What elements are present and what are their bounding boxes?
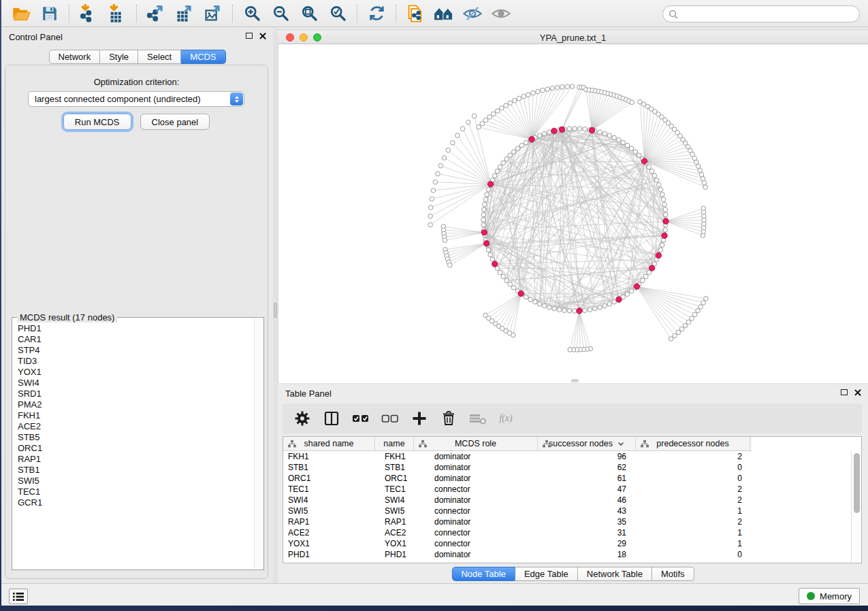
mcds-result-list[interactable]: PHD1CAR1STP4TID3YOX1SWI4SRD1PMA2FKH1ACE2…: [18, 323, 253, 567]
table-row[interactable]: ACE2ACE2connector311: [283, 527, 851, 538]
table-row[interactable]: PHD1PHD1dominator180: [283, 549, 851, 560]
mcds-result-box: MCDS result (17 nodes) PHD1CAR1STP4TID3Y…: [12, 317, 264, 570]
network-hscroll-handle[interactable]: [571, 379, 579, 382]
table-row[interactable]: ORC1ORC1dominator610: [283, 473, 851, 484]
hide-eye-icon[interactable]: [462, 3, 483, 24]
select-all-icon[interactable]: [352, 410, 370, 427]
table-cell: TEC1: [385, 484, 414, 495]
toolbar-separator: [69, 5, 69, 22]
optimization-criterion-dropdown[interactable]: largest connected component (undirected): [28, 91, 244, 107]
import-network-icon[interactable]: [78, 3, 99, 24]
vertical-splitter-handle[interactable]: [274, 303, 277, 318]
mcds-list-scrollbar[interactable]: [254, 318, 263, 569]
table-cell: 43: [538, 506, 626, 516]
save-session-icon[interactable]: [39, 3, 60, 24]
mcds-result-item[interactable]: SRD1: [18, 389, 253, 399]
table-settings-icon[interactable]: [293, 410, 311, 427]
table-cell: 2: [636, 516, 742, 527]
export-network-icon[interactable]: [146, 3, 166, 24]
dropdown-stepper-icon[interactable]: [230, 93, 243, 105]
export-table-icon[interactable]: [174, 3, 195, 24]
mcds-result-item[interactable]: STB5: [18, 432, 253, 443]
run-mcds-button[interactable]: Run MCDS: [63, 114, 131, 130]
table-cell: 1: [636, 538, 742, 549]
table-cell: dominator: [434, 462, 538, 473]
column-header-predecessor-nodes[interactable]: predecessor nodes: [636, 437, 750, 450]
memory-button[interactable]: Memory: [799, 588, 860, 604]
table-tab-motifs[interactable]: Motifs: [652, 567, 694, 581]
mcds-result-item[interactable]: PHD1: [18, 323, 253, 334]
export-image-icon[interactable]: [203, 3, 223, 24]
deselect-all-icon[interactable]: [381, 410, 399, 427]
table-row[interactable]: YOX1YOX1connector291: [283, 538, 851, 549]
mcds-result-item[interactable]: RAP1: [18, 454, 253, 465]
search-box[interactable]: [662, 5, 860, 22]
mcds-result-item[interactable]: TEC1: [18, 486, 253, 497]
table-cell: STB1: [385, 462, 414, 473]
table-row[interactable]: SWI5SWI5connector431: [283, 506, 851, 516]
table-tab-network-table[interactable]: Network Table: [578, 567, 652, 581]
tab-select[interactable]: Select: [138, 50, 181, 64]
mcds-result-item[interactable]: TID3: [18, 356, 253, 367]
mcds-result-item[interactable]: SWI5: [18, 476, 253, 486]
mcds-result-item[interactable]: STB1: [18, 465, 253, 476]
import-table-icon[interactable]: [107, 3, 127, 24]
vertical-splitter[interactable]: [273, 28, 278, 583]
column-header-name[interactable]: name: [375, 437, 414, 450]
mcds-result-item[interactable]: GCR1: [18, 497, 253, 508]
mcds-result-item[interactable]: ORC1: [18, 443, 253, 454]
table-row[interactable]: STB1STB1dominator620: [283, 462, 851, 473]
show-columns-icon[interactable]: [323, 410, 340, 427]
table-row[interactable]: RAP1RAP1dominator352: [283, 516, 851, 527]
table-row[interactable]: TEC1TEC1connector472: [283, 484, 851, 495]
delete-column-icon[interactable]: [440, 410, 457, 427]
network-graph[interactable]: [278, 44, 868, 382]
refresh-icon[interactable]: [366, 3, 387, 24]
table-scrollbar-thumb[interactable]: [854, 453, 860, 513]
mcds-result-item[interactable]: PMA2: [18, 399, 253, 410]
float-panel-icon[interactable]: [246, 33, 253, 39]
houses-icon[interactable]: [434, 3, 454, 24]
search-icon: [669, 10, 678, 19]
panel-menu-button[interactable]: [9, 589, 28, 604]
table-row[interactable]: SWI4SWI4dominator462: [283, 495, 851, 506]
table-cell: dominator: [434, 549, 538, 560]
table-toolbar: f(x): [283, 403, 862, 433]
mcds-result-item[interactable]: FKH1: [18, 410, 253, 421]
clone-network-icon[interactable]: [405, 3, 425, 24]
table-tab-node-table[interactable]: Node Table: [451, 567, 515, 581]
show-eye-icon[interactable]: [491, 3, 511, 24]
column-header-MCDS-role[interactable]: MCDS role: [414, 437, 538, 450]
close-panel-icon[interactable]: [259, 32, 266, 39]
column-header-shared-name[interactable]: shared name: [283, 437, 375, 450]
close-panel-button[interactable]: Close panel: [140, 114, 210, 130]
folder-open-icon[interactable]: [11, 3, 31, 24]
float-table-panel-icon[interactable]: [841, 389, 848, 395]
mcds-result-item[interactable]: ACE2: [18, 421, 253, 432]
tab-style[interactable]: Style: [100, 50, 138, 64]
zoom-selected-icon[interactable]: [327, 3, 348, 24]
table-tab-edge-table[interactable]: Edge Table: [515, 567, 578, 581]
zoom-out-icon[interactable]: [270, 3, 291, 24]
table-panel-tabs: Node TableEdge TableNetwork TableMotifs: [451, 567, 694, 581]
column-header-successor-nodes[interactable]: successor nodes: [538, 437, 636, 450]
zoom-in-icon[interactable]: [242, 3, 262, 24]
tab-mcds[interactable]: MCDS: [181, 50, 225, 64]
tab-network[interactable]: Network: [48, 50, 100, 64]
control-panel-tabs: NetworkStyleSelectMCDS: [48, 50, 225, 64]
add-column-icon[interactable]: [411, 410, 428, 427]
network-window-titlebar[interactable]: YPA_prune.txt_1: [278, 29, 868, 44]
mcds-result-item[interactable]: STP4: [18, 345, 253, 356]
search-input[interactable]: [681, 9, 859, 19]
close-table-panel-icon[interactable]: [854, 389, 861, 396]
zoom-fit-icon[interactable]: [299, 3, 319, 24]
table-cell: 47: [538, 484, 626, 495]
mcds-result-item[interactable]: SWI4: [18, 378, 253, 389]
mcds-result-title: MCDS result (17 nodes): [17, 312, 117, 323]
mcds-result-item[interactable]: CAR1: [18, 334, 253, 345]
mcds-result-item[interactable]: YOX1: [18, 367, 253, 378]
table-row[interactable]: FKH1FKH1dominator962: [283, 451, 851, 462]
table-panel-title: Table Panel: [285, 389, 332, 399]
network-canvas[interactable]: [278, 44, 868, 383]
table-scrollbar[interactable]: [851, 451, 861, 563]
